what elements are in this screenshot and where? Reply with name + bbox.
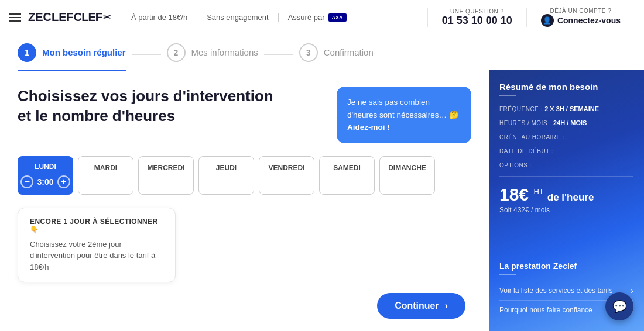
header-taglines: À partir de 18€/h Sans engagement Assuré… <box>122 13 427 22</box>
continue-btn-row: Continuer › <box>18 293 471 319</box>
sidebar-prestation-divider <box>499 274 516 275</box>
sidebar-price-section: 18€ HT de l'heure Soit 432€ / mois <box>499 176 633 214</box>
step-3-label: Confirmation <box>324 47 374 57</box>
step-1-number: 1 <box>18 43 36 62</box>
sidebar-price-row: 18€ HT de l'heure <box>499 185 633 205</box>
hamburger-menu[interactable] <box>9 13 21 22</box>
tagline-engagement: Sans engagement <box>197 13 279 22</box>
continue-arrow-icon: › <box>445 301 448 311</box>
step-2-label: Mes informations <box>191 47 258 57</box>
sidebar-options-label: OPTIONS : <box>499 162 532 168</box>
sidebar-row-options: OPTIONS : <box>499 160 633 169</box>
continue-button[interactable]: Continuer › <box>377 293 465 319</box>
logo-clef: CLEF <box>74 11 102 24</box>
days-row: LUNDI − 3:00 + MARDI MERCREDI JEUDI VEND… <box>18 156 471 195</box>
sidebar-title: Résumé de mon besoin <box>499 82 633 92</box>
sidebar-date-label: DATE DE DÉBUT : <box>499 148 553 154</box>
sidebar-price: 18€ HT <box>499 185 544 205</box>
sidebar-heures-value: 24H / MOIS <box>553 119 587 126</box>
logo-scissors-icon: ✂ <box>103 12 110 23</box>
day-lundi-time-row: − 3:00 + <box>18 175 73 188</box>
sidebar-creneau-label: CRÉNEAU HORAIRE : <box>499 134 564 140</box>
step-3[interactable]: 3 Confirmation <box>299 43 374 62</box>
step-2-number: 2 <box>167 43 186 62</box>
tagline-assure: Assuré par AXA <box>279 13 356 22</box>
continue-label: Continuer <box>395 301 439 311</box>
tagline-assure-text: Assuré par <box>288 13 325 22</box>
account-label: DÉJÀ UN COMPTE ? <box>541 8 621 14</box>
sidebar-frequence-label: FRÉQUENCE : <box>499 106 544 112</box>
day-dimanche[interactable]: DIMANCHE <box>379 156 435 195</box>
contact-label: UNE QUESTION ? <box>442 8 512 15</box>
day-mardi[interactable]: MARDI <box>78 156 133 195</box>
sidebar-title-divider <box>499 95 516 96</box>
steps-bar: 1 Mon besoin régulier 2 Mes informations… <box>0 35 644 70</box>
step-divider-1 <box>132 54 161 55</box>
day-lundi[interactable]: LUNDI − 3:00 + <box>18 156 73 195</box>
help-bubble[interactable]: Je ne sais pas combien d'heures sont néc… <box>337 87 471 143</box>
step-1-label: Mon besoin régulier <box>42 47 126 57</box>
sidebar-prestation-title: La prestation Zeclef <box>499 261 633 271</box>
content-area: Choisissez vos jours d'intervention et l… <box>0 70 489 331</box>
sidebar-frequence-value: 2 X 3H / SEMAINE <box>544 105 599 112</box>
header-right: UNE QUESTION ? 01 53 10 00 10 DÉJÀ UN CO… <box>427 8 635 27</box>
axa-badge: AXA <box>328 13 347 22</box>
connect-button[interactable]: 👤 Connectez-vous <box>541 14 621 27</box>
info-card: ENCORE 1 JOUR À SÉLECTIONNER 👇 Choisisse… <box>18 208 176 283</box>
step-2[interactable]: 2 Mes informations <box>167 43 258 62</box>
logo[interactable]: ZECLEFCLEF✂ <box>28 11 110 24</box>
sidebar: Résumé de mon besoin FRÉQUENCE : 2 X 3H … <box>489 70 644 331</box>
step-1-wrapper: 1 Mon besoin régulier <box>18 43 126 71</box>
header-account: DÉJÀ UN COMPTE ? 👤 Connectez-vous <box>527 8 635 27</box>
connect-label: Connectez-vous <box>557 16 621 25</box>
help-bubble-cta: Aidez-moi ! <box>347 123 390 132</box>
page-title: Choisissez vos jours d'intervention et l… <box>18 87 287 126</box>
header: ZECLEFCLEF✂ À partir de 18€/h Sans engag… <box>0 0 644 35</box>
sidebar-link-tarifs-text: Voir la liste des services et des tarifs <box>499 287 612 295</box>
time-increase-lundi[interactable]: + <box>57 175 70 188</box>
day-mercredi[interactable]: MERCREDI <box>138 156 194 195</box>
sidebar-monthly: Soit 432€ / mois <box>499 206 633 214</box>
logo-text: ZECLEF <box>28 11 74 24</box>
price-ht: HT <box>533 187 543 196</box>
info-card-body: Choisissez votre 2ème jour d'interventio… <box>30 239 163 273</box>
chat-button[interactable]: 💬 <box>605 292 633 320</box>
step-3-number: 3 <box>299 43 318 62</box>
step-3-wrapper: 3 Confirmation <box>299 43 374 71</box>
phone-number[interactable]: 01 53 10 00 10 <box>442 15 512 27</box>
tagline-price: À partir de 18€/h <box>122 13 197 22</box>
day-lundi-label: LUNDI <box>18 163 73 171</box>
sidebar-row-date: DATE DE DÉBUT : <box>499 146 633 155</box>
day-jeudi[interactable]: JEUDI <box>198 156 254 195</box>
chat-icon: 💬 <box>612 299 627 313</box>
time-decrease-lundi[interactable]: − <box>20 175 33 188</box>
main-layout: Choisissez vos jours d'intervention et l… <box>0 70 644 331</box>
day-vendredi[interactable]: VENDREDI <box>259 156 314 195</box>
header-contact: UNE QUESTION ? 01 53 10 00 10 <box>428 8 527 27</box>
day-samedi[interactable]: SAMEDI <box>319 156 375 195</box>
sidebar-row-creneau: CRÉNEAU HORAIRE : <box>499 132 633 141</box>
sidebar-link-confiance-text: Pourquoi nous faire confiance <box>499 306 592 314</box>
user-icon: 👤 <box>541 14 554 27</box>
step-1[interactable]: 1 Mon besoin régulier <box>18 43 126 62</box>
sidebar-heures-label: HEURES / MOIS : <box>499 120 553 126</box>
price-unit: de l'heure <box>547 192 594 204</box>
sidebar-link-tarifs-arrow-icon: › <box>631 286 633 295</box>
sidebar-row-frequence: FRÉQUENCE : 2 X 3H / SEMAINE <box>499 104 633 113</box>
time-value-lundi: 3:00 <box>37 177 53 187</box>
sidebar-row-heures: HEURES / MOIS : 24H / MOIS <box>499 118 633 127</box>
info-card-title: ENCORE 1 JOUR À SÉLECTIONNER 👇 <box>30 218 163 234</box>
step-divider-2 <box>264 54 293 55</box>
help-bubble-text: Je ne sais pas combien d'heures sont néc… <box>347 98 459 119</box>
step-2-wrapper: 2 Mes informations <box>167 43 258 71</box>
price-value: 18€ <box>499 185 529 204</box>
